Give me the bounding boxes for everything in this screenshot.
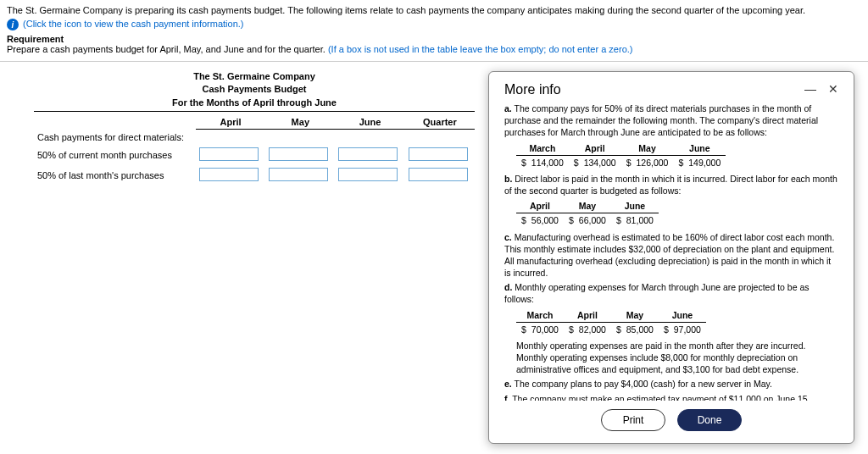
row-label: Cash payments for direct materials: <box>34 130 196 145</box>
more-info-dialog: More info — ✕ a. The company pays for 50… <box>488 71 854 444</box>
question-header: The St. Germaine Company is preparing it… <box>0 0 868 56</box>
info-icon[interactable]: i <box>7 19 19 30</box>
input-cell[interactable] <box>409 168 468 181</box>
info-row: i (Click the icon to view the cash payme… <box>7 19 861 30</box>
opex-table: March April May June $70,000 $82,000 $85… <box>516 308 706 336</box>
item-text: Manufacturing overhead is estimated to b… <box>504 232 834 279</box>
input-cell[interactable] <box>269 147 328 161</box>
item-label: f. <box>504 394 509 401</box>
labor-table: April May June $56,000 $66,000 $81,000 <box>516 199 659 227</box>
item-label: b. <box>504 174 512 184</box>
requirement-label: Requirement <box>7 34 861 44</box>
input-cell[interactable] <box>338 168 398 181</box>
divider <box>0 61 868 62</box>
item-label: a. <box>504 103 512 114</box>
input-cell[interactable] <box>199 168 259 181</box>
materials-table: March April May June $114,000 $134,000 $… <box>516 141 726 169</box>
row-label: 50% of current month purchases <box>34 145 196 165</box>
col-may: May <box>265 115 335 130</box>
item-text: The company must make an estimated tax p… <box>512 394 810 401</box>
item-label: c. <box>504 232 512 242</box>
requirement-text: Prepare a cash payments budget for April… <box>7 44 861 54</box>
item-label: d. <box>504 282 512 292</box>
item-text: Monthly operating expenses for March thr… <box>504 282 810 304</box>
done-button[interactable]: Done <box>677 409 742 431</box>
dialog-body: a. The company pays for 50% of its direc… <box>504 102 838 401</box>
budget-section: The St. Germaine Company Cash Payments B… <box>34 70 475 185</box>
requirement-hint: (If a box is not used in the table leave… <box>328 44 633 54</box>
row-label: 50% of last month's purchases <box>34 165 196 185</box>
close-icon[interactable]: ✕ <box>828 82 838 96</box>
budget-period: For the Months of April through June <box>34 97 475 112</box>
col-quarter: Quarter <box>405 115 475 130</box>
minimize-icon[interactable]: — <box>804 82 816 96</box>
col-april: April <box>196 115 265 130</box>
budget-title: Cash Payments Budget <box>34 83 475 96</box>
item-text: Direct labor is paid in the month in whi… <box>504 174 837 196</box>
item-text: The company pays for 50% of its direct m… <box>504 103 818 137</box>
budget-company: The St. Germaine Company <box>34 70 475 83</box>
dialog-title: More info <box>504 82 561 97</box>
input-cell[interactable] <box>199 147 259 161</box>
table-row: Cash payments for direct materials: <box>34 130 475 145</box>
info-link[interactable]: (Click the icon to view the cash payment… <box>23 19 243 29</box>
table-row: 50% of current month purchases <box>34 145 475 165</box>
budget-table: April May June Quarter Cash payments for… <box>34 115 475 185</box>
input-cell[interactable] <box>338 147 398 161</box>
table-row: 50% of last month's purchases <box>34 165 475 185</box>
col-june: June <box>335 115 404 130</box>
item-text: The company plans to pay $4,000 (cash) f… <box>515 379 772 389</box>
dialog-footer: Print Done <box>504 401 838 431</box>
item-label: e. <box>504 379 512 389</box>
input-cell[interactable] <box>269 168 328 181</box>
input-cell[interactable] <box>409 147 468 161</box>
print-button[interactable]: Print <box>601 409 665 431</box>
intro-text: The St. Germaine Company is preparing it… <box>7 5 861 15</box>
opex-note: Monthly operating expenses are paid in t… <box>516 340 838 376</box>
